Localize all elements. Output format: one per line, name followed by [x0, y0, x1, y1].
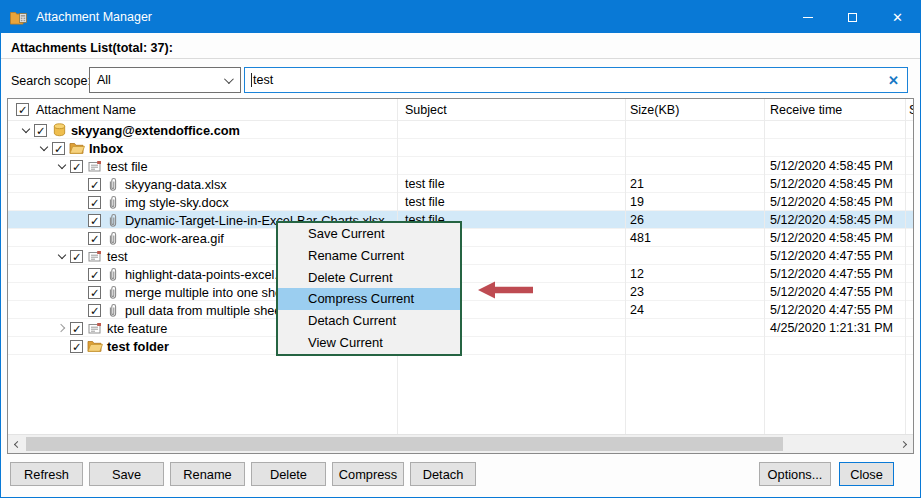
maximize-icon: [848, 13, 857, 22]
paperclip-icon: [105, 212, 121, 228]
minimize-button[interactable]: [785, 1, 830, 33]
paperclip-icon: [105, 176, 121, 192]
row-name-cell: merge multiple into one shee: [8, 283, 289, 301]
delete-button[interactable]: Delete: [251, 462, 326, 486]
scroll-left-icon[interactable]: [8, 435, 25, 453]
attachment-name-text: test folder: [107, 339, 169, 354]
text-caret: [251, 73, 252, 87]
paperclip-icon: [105, 284, 121, 300]
size-cell: 481: [630, 229, 651, 247]
rename-button[interactable]: Rename: [170, 462, 245, 486]
app-icon: [10, 10, 27, 25]
attachments-total-label: Attachments List(total: 37):: [11, 41, 173, 55]
search-query-text: test: [253, 73, 273, 87]
table-header: Attachment Name Subject Size(KB) Receive…: [8, 99, 913, 121]
close-icon: ✕: [892, 11, 903, 24]
search-scope-dropdown[interactable]: All: [89, 67, 241, 93]
mail-icon: [87, 320, 103, 336]
maximize-button[interactable]: [830, 1, 875, 33]
attachment-name-text: Inbox: [89, 141, 123, 156]
attachment-name-text: test file: [107, 159, 148, 174]
expander-expanded-icon[interactable]: [53, 158, 70, 175]
size-cell: 21: [630, 175, 644, 193]
row-name-cell: kte feature: [8, 319, 167, 337]
search-input[interactable]: test ✕: [244, 67, 908, 93]
horizontal-scrollbar[interactable]: [8, 434, 913, 453]
menu-item-save-current[interactable]: Save Current: [278, 223, 460, 245]
column-truncated[interactable]: S: [909, 103, 914, 117]
tree-row[interactable]: img style-sky.docxtest file195/12/2020 4…: [8, 193, 913, 211]
receive-time-cell: 5/12/2020 4:47:55 PM: [770, 265, 893, 283]
footer-right-group: Options... Close: [759, 462, 894, 486]
expander-collapsed-icon[interactable]: [53, 320, 70, 337]
row-name-cell: img style-sky.docx: [8, 193, 229, 211]
attachment-name-text: doc-work-area.gif: [125, 231, 224, 246]
refresh-button[interactable]: Refresh: [10, 462, 83, 486]
account-icon: [51, 122, 67, 138]
attachment-name-text: img style-sky.docx: [125, 195, 229, 210]
receive-time-cell: 5/12/2020 4:58:45 PM: [770, 175, 893, 193]
scroll-right-icon[interactable]: [896, 435, 913, 453]
expander-expanded-icon[interactable]: [35, 140, 52, 157]
options-button[interactable]: Options...: [759, 462, 831, 486]
row-checkbox[interactable]: [88, 304, 101, 317]
menu-item-compress-current[interactable]: Compress Current: [278, 288, 460, 310]
subject-cell: test file: [405, 193, 445, 211]
row-name-cell: Inbox: [8, 139, 123, 157]
title-bar: Attachment Manager ✕: [1, 1, 920, 33]
tree-row[interactable]: skyyang@extendoffice.com: [8, 121, 913, 139]
menu-item-detach-current[interactable]: Detach Current: [278, 310, 460, 332]
detach-button[interactable]: Detach: [410, 462, 476, 486]
attachment-name-text: pull data from multiple sheet: [125, 303, 285, 318]
row-checkbox[interactable]: [88, 196, 101, 209]
row-checkbox[interactable]: [70, 160, 83, 173]
paperclip-icon: [105, 302, 121, 318]
receive-time-cell: 5/12/2020 4:58:45 PM: [770, 157, 893, 175]
column-size[interactable]: Size(KB): [630, 103, 679, 117]
attachment-name-text: skyyang@extendoffice.com: [71, 123, 240, 138]
clear-search-icon[interactable]: ✕: [888, 73, 899, 88]
row-name-cell: skyyang-data.xlsx: [8, 175, 227, 193]
close-button[interactable]: ✕: [875, 1, 920, 33]
column-attachment-name[interactable]: Attachment Name: [36, 103, 136, 117]
row-checkbox[interactable]: [88, 286, 101, 299]
row-checkbox[interactable]: [88, 214, 101, 227]
search-scope-value: All: [97, 73, 111, 87]
row-checkbox[interactable]: [88, 268, 101, 281]
attachment-name-text: test: [107, 249, 128, 264]
row-checkbox[interactable]: [88, 232, 101, 245]
expander-spacer: [71, 194, 88, 211]
footer-button-group: Refresh Save Rename Delete Compress Deta…: [10, 462, 476, 486]
subject-cell: test file: [405, 175, 445, 193]
menu-item-view-current[interactable]: View Current: [278, 332, 460, 354]
row-checkbox[interactable]: [70, 340, 83, 353]
tree-row[interactable]: Inbox: [8, 139, 913, 157]
row-name-cell: skyyang@extendoffice.com: [8, 121, 240, 139]
size-cell: 26: [630, 211, 644, 229]
receive-time-cell: 4/25/2020 1:21:31 PM: [770, 319, 893, 337]
column-receive-time[interactable]: Receive time: [770, 103, 842, 117]
row-checkbox[interactable]: [70, 250, 83, 263]
tree-row[interactable]: skyyang-data.xlsxtest file215/12/2020 4:…: [8, 175, 913, 193]
scrollbar-thumb[interactable]: [26, 437, 783, 451]
row-checkbox[interactable]: [88, 178, 101, 191]
expander-expanded-icon[interactable]: [53, 248, 70, 265]
row-checkbox[interactable]: [52, 142, 65, 155]
row-checkbox[interactable]: [70, 322, 83, 335]
compress-button[interactable]: Compress: [332, 462, 404, 486]
menu-item-rename-current[interactable]: Rename Current: [278, 245, 460, 267]
size-cell: 23: [630, 283, 644, 301]
size-cell: 12: [630, 265, 644, 283]
tree-row[interactable]: test file5/12/2020 4:58:45 PM: [8, 157, 913, 175]
context-menu: Save Current Rename Current Delete Curre…: [276, 221, 462, 356]
close-dialog-button[interactable]: Close: [839, 462, 894, 486]
expander-spacer: [71, 284, 88, 301]
row-name-cell: test file: [8, 157, 148, 175]
column-subject[interactable]: Subject: [405, 103, 447, 117]
expander-expanded-icon[interactable]: [17, 122, 34, 139]
row-checkbox[interactable]: [34, 124, 47, 137]
mail-icon: [87, 158, 103, 174]
select-all-checkbox[interactable]: [16, 103, 29, 116]
save-button[interactable]: Save: [89, 462, 164, 486]
menu-item-delete-current[interactable]: Delete Current: [278, 267, 460, 289]
